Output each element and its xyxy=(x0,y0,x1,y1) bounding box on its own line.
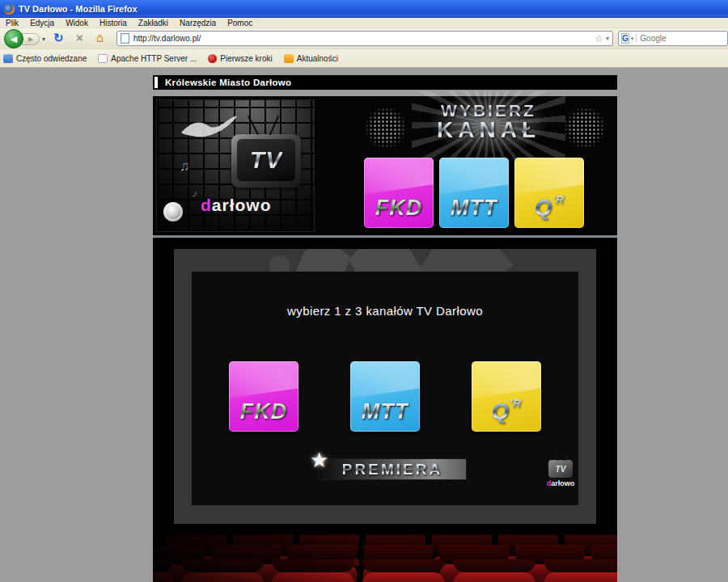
header-stripe xyxy=(154,77,158,88)
logo-city-first-letter: d xyxy=(201,196,212,214)
screen-panel: wybierz 1 z 3 kanałów TV Darłowo FKD MTT… xyxy=(174,249,596,524)
banner-channel-row: FKD MTT Q’R xyxy=(364,158,584,228)
channel-button-qr[interactable]: Q’R xyxy=(514,158,584,228)
tv-screen: TV xyxy=(237,139,295,181)
chevron-down-icon: ▾ xyxy=(42,36,45,43)
mini-tv-darlowo-logo: TV darłowo xyxy=(540,460,582,487)
menu-pomoc[interactable]: Pomoc xyxy=(222,19,258,27)
bookmark-star-icon[interactable]: ☆ xyxy=(595,33,603,44)
tv-set-icon: TV xyxy=(231,134,301,188)
site-content: Królewskie Miasto Darłowo TV xyxy=(153,68,617,582)
logo-city-rest: arłowo xyxy=(212,196,272,214)
address-bar[interactable]: ☆ ▾ xyxy=(116,31,613,46)
google-engine-icon[interactable]: G xyxy=(621,33,629,44)
bookmark-label: Aktualności xyxy=(297,54,338,63)
page-viewport: Królewskie Miasto Darłowo TV xyxy=(0,68,728,582)
channel-select-panel: wybierz 1 z 3 kanałów TV Darłowo FKD MTT… xyxy=(192,272,578,505)
main-channel-button-qr[interactable]: Q’R xyxy=(472,361,541,432)
menu-zakladki[interactable]: Zakładki xyxy=(133,19,174,27)
premiera-star-icon: ★ xyxy=(310,448,328,473)
channel-label: Q’R xyxy=(535,193,564,221)
firefox-getting-started-icon xyxy=(208,54,217,63)
channel-label-superscript: ’R xyxy=(552,193,564,206)
folder-icon xyxy=(3,54,13,63)
banner-separator xyxy=(153,235,617,237)
bookmark-label: Często odwiedzane xyxy=(16,54,87,63)
wybierz-kanal-title: WYBIERZ KANAŁ xyxy=(404,101,574,143)
tv-darlowo-logo: TV ♫ ♪ darłowo xyxy=(156,99,315,232)
channel-button-fkd[interactable]: FKD xyxy=(364,158,434,228)
channel-select-prompt: wybierz 1 z 3 kanałów TV Darłowo xyxy=(192,304,578,318)
channel-label: MTT xyxy=(362,399,408,424)
site-banner: TV ♫ ♪ darłowo WYBIERZ xyxy=(153,96,617,235)
browser-window: TV Darłowo - Mozilla Firefox Plik Edycja… xyxy=(0,0,728,582)
page-icon xyxy=(98,54,108,63)
stop-icon: × xyxy=(76,31,83,44)
channel-button-mtt[interactable]: MTT xyxy=(439,158,509,228)
mini-logo-city-name: darłowo xyxy=(540,479,582,487)
stop-button[interactable]: × xyxy=(76,31,83,44)
menu-widok[interactable]: Widok xyxy=(60,19,94,27)
bookmark-pierwsze-kroki[interactable]: Pierwsze kroki xyxy=(208,54,272,63)
menu-narzedzia[interactable]: Narzędzia xyxy=(174,19,222,27)
navigation-toolbar: ▶ ◀ ▾ ↻ × ⌂ ☆ ▾ G ▾ xyxy=(0,28,728,49)
premiera-button[interactable]: PREMIERA xyxy=(318,458,467,480)
back-icon: ◀ xyxy=(11,34,17,44)
reload-button[interactable]: ↻ xyxy=(53,31,64,45)
kanal-line: KANAŁ xyxy=(404,117,574,143)
bookmark-label: Apache HTTP Server ... xyxy=(111,54,197,63)
history-dropdown-button[interactable]: ▾ xyxy=(42,36,45,43)
music-note-icon: ♫ xyxy=(180,158,190,175)
channel-label-superscript: ’R xyxy=(510,397,521,410)
halftone-dots-left xyxy=(365,108,407,148)
search-engine-dropdown-icon[interactable]: ▾ xyxy=(631,36,634,42)
page-title: Królewskie Miasto Darłowo xyxy=(165,78,291,87)
url-input[interactable] xyxy=(133,34,592,43)
bookmark-apache[interactable]: Apache HTTP Server ... xyxy=(98,54,197,63)
window-title: TV Darłowo - Mozilla Firefox xyxy=(19,4,138,14)
channel-label: MTT xyxy=(451,196,497,221)
search-input[interactable] xyxy=(636,34,728,43)
channel-label: Q’R xyxy=(492,397,521,424)
feed-icon xyxy=(284,54,294,63)
window-titlebar: TV Darłowo - Mozilla Firefox xyxy=(0,0,728,18)
tv-logo-text: TV xyxy=(250,146,282,174)
premiera-label: PREMIERA xyxy=(342,461,442,479)
bookmarks-toolbar: Często odwiedzane Apache HTTP Server ...… xyxy=(0,49,728,68)
mini-tv-icon: TV xyxy=(548,460,573,478)
cinema-seats-image xyxy=(153,524,617,582)
main-channel-button-mtt[interactable]: MTT xyxy=(350,361,420,432)
address-dropdown-icon[interactable]: ▾ xyxy=(606,35,609,42)
speaker-icon xyxy=(163,202,183,221)
page-favicon-icon xyxy=(121,33,129,44)
menu-edycja[interactable]: Edycja xyxy=(24,19,60,27)
forward-icon: ▶ xyxy=(28,36,33,43)
channel-label: FKD xyxy=(375,196,423,221)
logo-city-name: darłowo xyxy=(201,196,272,215)
home-button[interactable]: ⌂ xyxy=(96,30,104,44)
reload-icon: ↻ xyxy=(53,31,64,44)
menu-bar: Plik Edycja Widok Historia Zakładki Narz… xyxy=(0,18,728,28)
wybierz-kanal-zone: WYBIERZ KANAŁ xyxy=(355,96,617,161)
menu-plik[interactable]: Plik xyxy=(0,19,24,27)
back-button[interactable]: ◀ xyxy=(4,29,23,48)
channel-label: FKD xyxy=(240,399,288,424)
site-header: Królewskie Miasto Darłowo xyxy=(153,75,617,90)
bookmark-aktualnosci[interactable]: Aktualności xyxy=(284,54,338,63)
home-icon: ⌂ xyxy=(96,30,104,44)
forward-button[interactable]: ▶ xyxy=(22,33,40,45)
bookmark-label: Pierwsze kroki xyxy=(220,54,272,63)
menu-historia[interactable]: Historia xyxy=(94,19,133,27)
main-channel-button-fkd[interactable]: FKD xyxy=(229,361,298,432)
firefox-icon xyxy=(3,3,15,15)
bookmark-czesto-odwiedzane[interactable]: Często odwiedzane xyxy=(3,54,87,63)
search-box[interactable]: G ▾ xyxy=(618,31,728,46)
bird-icon xyxy=(180,115,238,142)
main-area: wybierz 1 z 3 kanałów TV Darłowo FKD MTT… xyxy=(153,238,617,524)
